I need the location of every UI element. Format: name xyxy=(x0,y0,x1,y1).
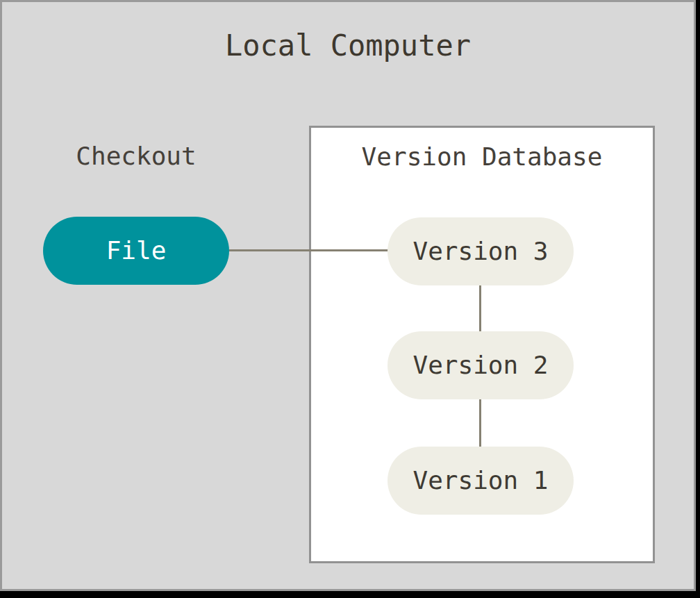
local-computer-window: Local Computer Checkout File Version Dat… xyxy=(0,0,696,591)
diagram-title: Local Computer xyxy=(2,28,694,63)
version1-node: Version 1 xyxy=(388,447,574,515)
connector-file-to-version3 xyxy=(229,249,389,251)
screenshot-page: Local Computer Checkout File Version Dat… xyxy=(0,0,700,598)
version2-node: Version 2 xyxy=(388,331,574,399)
version-database-title: Version Database xyxy=(311,142,653,172)
file-node: File xyxy=(43,217,229,285)
version3-node: Version 3 xyxy=(388,217,574,285)
checkout-label: Checkout xyxy=(43,141,229,172)
connector-version2-to-version1 xyxy=(479,398,481,448)
connector-version3-to-version2 xyxy=(479,284,481,333)
